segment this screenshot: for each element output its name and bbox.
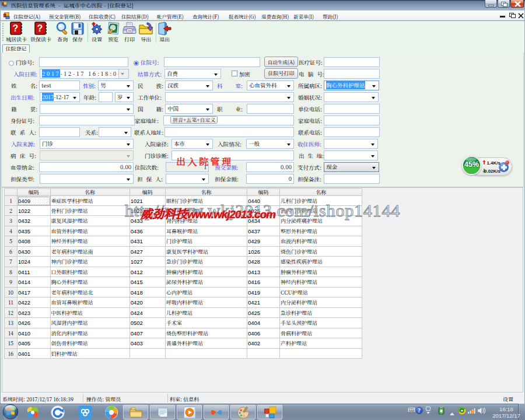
svg-text:?: ? (13, 23, 19, 33)
svg-text:?: ? (37, 23, 43, 33)
